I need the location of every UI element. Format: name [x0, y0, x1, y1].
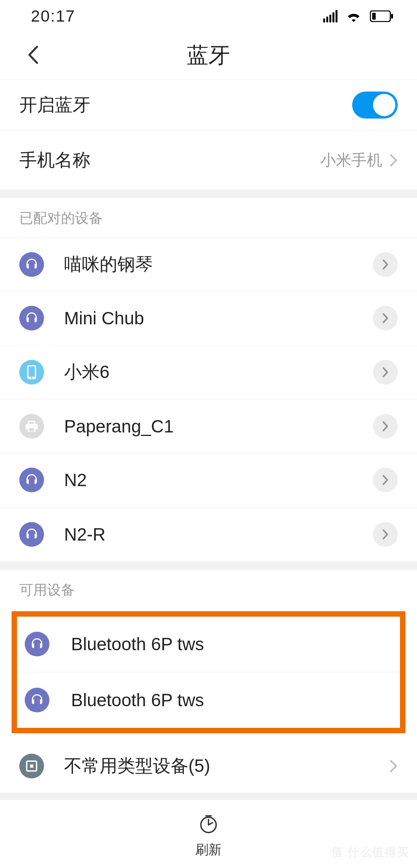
headset-icon	[19, 522, 44, 547]
paired-device-row[interactable]: N2-R	[0, 507, 417, 561]
headset-icon	[19, 306, 44, 331]
signal-icon	[323, 10, 337, 22]
device-info-button[interactable]	[373, 468, 398, 492]
watermark: 值 什么值得买	[331, 844, 409, 860]
available-section-header: 可用设备	[0, 570, 417, 611]
bluetooth-toggle[interactable]	[352, 92, 398, 119]
section-divider	[0, 561, 417, 570]
paired-device-row[interactable]: 喵咪的钢琴	[0, 237, 417, 292]
back-button[interactable]	[23, 41, 42, 70]
device-name: Bluetooth 6P tws	[71, 634, 392, 654]
paired-device-row[interactable]: 小米6	[0, 346, 417, 400]
bluetooth-toggle-row: 开启蓝牙	[0, 79, 417, 131]
device-name: 小米6	[64, 360, 373, 384]
screen: 20:17 蓝牙 开启蓝牙 手机名称 小米手机	[0, 0, 417, 868]
phone-name-value: 小米手机	[320, 149, 382, 171]
section-divider	[0, 793, 417, 800]
headset-icon	[25, 688, 49, 712]
paired-device-row[interactable]: N2	[0, 453, 417, 507]
device-name: 喵咪的钢琴	[64, 253, 373, 276]
settings-panel: 开启蓝牙 手机名称 小米手机	[0, 79, 417, 190]
headset-icon	[25, 632, 49, 656]
chevron-right-icon	[389, 759, 398, 773]
device-name: N2-R	[64, 524, 373, 545]
available-device-row[interactable]: Bluetooth 6P tws	[17, 672, 400, 728]
uncommon-devices-label: 不常用类型设备(5)	[64, 754, 389, 778]
headset-icon	[19, 252, 44, 277]
status-bar: 20:17	[0, 0, 417, 32]
paired-device-row[interactable]: Mini Chub	[0, 292, 417, 346]
printer-icon	[19, 414, 44, 439]
phone-name-row[interactable]: 手机名称 小米手机	[0, 131, 417, 190]
uncommon-devices-row[interactable]: 不常用类型设备(5)	[0, 739, 417, 793]
svg-rect-4	[29, 366, 35, 377]
timer-icon	[198, 813, 219, 836]
device-info-button[interactable]	[373, 522, 398, 547]
bluetooth-label: 开启蓝牙	[19, 93, 90, 117]
svg-rect-7	[30, 764, 34, 768]
chevron-right-icon	[389, 153, 398, 167]
highlighted-devices: Bluetooth 6P tws Bluetooth 6P tws	[12, 611, 405, 733]
svg-rect-2	[372, 13, 376, 20]
device-name: Bluetooth 6P tws	[71, 690, 392, 710]
wifi-icon	[346, 10, 361, 22]
phone-name-label: 手机名称	[19, 148, 90, 172]
phone-icon	[19, 360, 44, 385]
svg-point-5	[31, 377, 32, 379]
paired-section-header: 已配对的设备	[0, 198, 417, 237]
device-name: N2	[64, 470, 373, 490]
device-info-button[interactable]	[373, 360, 398, 385]
available-device-row[interactable]: Bluetooth 6P tws	[17, 617, 400, 672]
device-info-button[interactable]	[373, 306, 398, 331]
page-header: 蓝牙	[0, 32, 417, 79]
refresh-label: 刷新	[195, 841, 222, 859]
status-time: 20:17	[31, 7, 75, 25]
status-icons	[323, 10, 394, 22]
page-title: 蓝牙	[187, 41, 230, 70]
device-info-button[interactable]	[373, 414, 398, 439]
svg-rect-1	[391, 14, 393, 19]
paired-device-row[interactable]: Paperang_C1	[0, 399, 417, 453]
other-device-icon	[19, 754, 44, 778]
section-divider	[0, 190, 417, 198]
device-info-button[interactable]	[373, 252, 398, 277]
headset-icon	[19, 468, 44, 492]
device-name: Paperang_C1	[64, 416, 373, 437]
device-name: Mini Chub	[64, 308, 373, 329]
battery-icon	[370, 10, 394, 22]
